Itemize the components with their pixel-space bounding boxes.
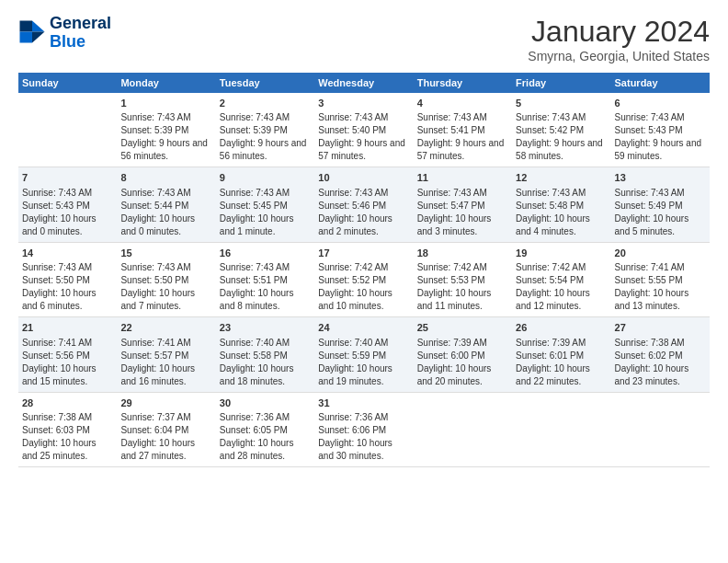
- sunrise-text: Sunrise: 7:38 AM: [615, 337, 706, 350]
- calendar-row-0: 1Sunrise: 7:43 AMSunset: 5:39 PMDaylight…: [18, 93, 710, 167]
- daylight-text: Daylight: 10 hours and 3 minutes.: [417, 213, 508, 238]
- day-number: 31: [318, 396, 409, 410]
- cell-w2-d6: 20Sunrise: 7:41 AMSunset: 5:55 PMDayligh…: [611, 242, 710, 316]
- daylight-text: Daylight: 9 hours and 59 minutes.: [615, 137, 706, 163]
- sunrise-text: Sunrise: 7:42 AM: [417, 261, 508, 274]
- sunrise-text: Sunrise: 7:39 AM: [417, 337, 508, 350]
- daylight-text: Daylight: 10 hours and 20 minutes.: [417, 362, 508, 388]
- sunrise-text: Sunrise: 7:41 AM: [615, 261, 706, 274]
- calendar-header: Sunday Monday Tuesday Wednesday Thursday…: [18, 73, 710, 93]
- cell-w1-d3: 10Sunrise: 7:43 AMSunset: 5:46 PMDayligh…: [314, 167, 413, 242]
- sunset-text: Sunset: 5:50 PM: [22, 274, 113, 287]
- sunrise-text: Sunrise: 7:36 AM: [220, 411, 311, 424]
- sunrise-text: Sunrise: 7:43 AM: [516, 111, 607, 124]
- daylight-text: Daylight: 10 hours and 19 minutes.: [318, 362, 409, 388]
- sunrise-text: Sunrise: 7:43 AM: [318, 187, 409, 200]
- daylight-text: Daylight: 10 hours and 5 minutes.: [615, 213, 706, 238]
- title-block: January 2024 Smyrna, Georgia, United Sta…: [528, 15, 710, 63]
- sunset-text: Sunset: 5:53 PM: [417, 274, 508, 287]
- sunset-text: Sunset: 6:04 PM: [120, 424, 211, 437]
- day-number: 15: [120, 247, 211, 260]
- cell-w1-d4: 11Sunrise: 7:43 AMSunset: 5:47 PMDayligh…: [414, 167, 512, 242]
- day-number: 7: [22, 171, 113, 185]
- cell-w4-d3: 31Sunrise: 7:36 AMSunset: 6:06 PMDayligh…: [314, 392, 413, 466]
- daylight-text: Daylight: 10 hours and 23 minutes.: [615, 362, 706, 388]
- sunset-text: Sunset: 5:52 PM: [318, 274, 409, 287]
- day-number: 10: [318, 171, 409, 185]
- sunrise-text: Sunrise: 7:43 AM: [318, 111, 409, 124]
- cell-w0-d6: 6Sunrise: 7:43 AMSunset: 5:43 PMDaylight…: [611, 93, 710, 167]
- day-number: 8: [120, 171, 211, 185]
- cell-w3-d4: 25Sunrise: 7:39 AMSunset: 6:00 PMDayligh…: [414, 317, 512, 392]
- sunrise-text: Sunrise: 7:43 AM: [417, 187, 508, 200]
- header-row: Sunday Monday Tuesday Wednesday Thursday…: [18, 73, 710, 93]
- day-number: 13: [615, 171, 706, 185]
- cell-w1-d2: 9Sunrise: 7:43 AMSunset: 5:45 PMDaylight…: [216, 167, 314, 242]
- sunrise-text: Sunrise: 7:43 AM: [120, 111, 211, 124]
- day-number: 2: [220, 97, 311, 110]
- day-number: 3: [318, 97, 409, 110]
- cell-w3-d2: 23Sunrise: 7:40 AMSunset: 5:58 PMDayligh…: [216, 317, 314, 392]
- logo-icon: [18, 19, 46, 47]
- day-number: 25: [417, 321, 508, 335]
- day-number: 14: [22, 247, 113, 260]
- daylight-text: Daylight: 10 hours and 7 minutes.: [120, 287, 211, 313]
- sunset-text: Sunset: 5:59 PM: [318, 350, 409, 362]
- day-number: 5: [516, 97, 607, 110]
- day-number: 12: [516, 171, 607, 185]
- sunrise-text: Sunrise: 7:39 AM: [516, 337, 607, 350]
- daylight-text: Daylight: 10 hours and 22 minutes.: [516, 362, 607, 388]
- calendar-row-4: 28Sunrise: 7:38 AMSunset: 6:03 PMDayligh…: [18, 392, 710, 466]
- sunset-text: Sunset: 5:55 PM: [615, 274, 706, 287]
- col-sunday: Sunday: [18, 73, 117, 93]
- sunrise-text: Sunrise: 7:43 AM: [120, 261, 211, 274]
- calendar-row-1: 7Sunrise: 7:43 AMSunset: 5:43 PMDaylight…: [18, 167, 710, 242]
- sunrise-text: Sunrise: 7:40 AM: [318, 337, 409, 350]
- sunset-text: Sunset: 5:58 PM: [220, 350, 311, 362]
- daylight-text: Daylight: 10 hours and 28 minutes.: [220, 437, 311, 463]
- cell-w3-d0: 21Sunrise: 7:41 AMSunset: 5:56 PMDayligh…: [18, 317, 117, 392]
- sunset-text: Sunset: 5:46 PM: [318, 200, 409, 213]
- sunrise-text: Sunrise: 7:41 AM: [22, 337, 113, 350]
- col-thursday: Thursday: [414, 73, 512, 93]
- cell-w0-d4: 4Sunrise: 7:43 AMSunset: 5:41 PMDaylight…: [414, 93, 512, 167]
- col-tuesday: Tuesday: [216, 73, 314, 93]
- logo-line1: General: [50, 15, 111, 33]
- cell-w4-d4: [414, 392, 512, 466]
- day-number: 29: [120, 396, 211, 410]
- svg-marker-1: [32, 31, 45, 42]
- daylight-text: Daylight: 10 hours and 16 minutes.: [120, 362, 211, 388]
- cell-w4-d6: [611, 392, 710, 466]
- daylight-text: Daylight: 10 hours and 2 minutes.: [318, 213, 409, 238]
- sunrise-text: Sunrise: 7:36 AM: [318, 411, 409, 424]
- daylight-text: Daylight: 10 hours and 0 minutes.: [22, 213, 113, 238]
- sunrise-text: Sunrise: 7:43 AM: [220, 187, 311, 200]
- sunset-text: Sunset: 5:54 PM: [516, 274, 607, 287]
- sunrise-text: Sunrise: 7:43 AM: [220, 261, 311, 274]
- day-number: 1: [120, 97, 211, 110]
- cell-w1-d6: 13Sunrise: 7:43 AMSunset: 5:49 PMDayligh…: [611, 167, 710, 242]
- day-number: 18: [417, 247, 508, 260]
- sunset-text: Sunset: 5:47 PM: [417, 200, 508, 213]
- calendar-body: 1Sunrise: 7:43 AMSunset: 5:39 PMDaylight…: [18, 93, 710, 466]
- sunset-text: Sunset: 5:43 PM: [615, 124, 706, 137]
- sunset-text: Sunset: 5:57 PM: [120, 350, 211, 362]
- sunset-text: Sunset: 5:41 PM: [417, 124, 508, 137]
- cell-w4-d2: 30Sunrise: 7:36 AMSunset: 6:05 PMDayligh…: [216, 392, 314, 466]
- cell-w1-d5: 12Sunrise: 7:43 AMSunset: 5:48 PMDayligh…: [512, 167, 610, 242]
- day-number: 23: [220, 321, 311, 335]
- daylight-text: Daylight: 10 hours and 6 minutes.: [22, 287, 113, 313]
- sunset-text: Sunset: 6:02 PM: [615, 350, 706, 362]
- col-saturday: Saturday: [611, 73, 710, 93]
- daylight-text: Daylight: 10 hours and 13 minutes.: [615, 287, 706, 313]
- day-number: 24: [318, 321, 409, 335]
- day-number: 21: [22, 321, 113, 335]
- cell-w2-d2: 16Sunrise: 7:43 AMSunset: 5:51 PMDayligh…: [216, 242, 314, 316]
- cell-w3-d6: 27Sunrise: 7:38 AMSunset: 6:02 PMDayligh…: [611, 317, 710, 392]
- sunset-text: Sunset: 6:05 PM: [220, 424, 311, 437]
- daylight-text: Daylight: 9 hours and 56 minutes.: [220, 137, 311, 163]
- col-friday: Friday: [512, 73, 610, 93]
- daylight-text: Daylight: 9 hours and 57 minutes.: [318, 137, 409, 163]
- cell-w1-d0: 7Sunrise: 7:43 AMSunset: 5:43 PMDaylight…: [18, 167, 117, 242]
- sunrise-text: Sunrise: 7:41 AM: [120, 337, 211, 350]
